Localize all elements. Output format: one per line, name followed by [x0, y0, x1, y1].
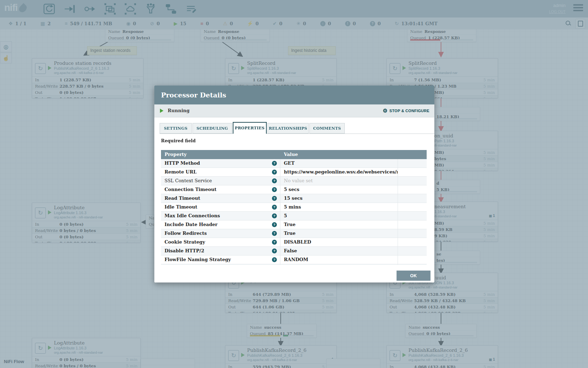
- help-icon[interactable]: ?: [272, 213, 277, 218]
- processor-details-dialog: Processor Details Running ⚙ STOP & CONFI…: [154, 86, 434, 282]
- property-row: Disable HTTP/2?False: [161, 247, 427, 255]
- property-name: Remote URL: [164, 169, 197, 175]
- tab-comments[interactable]: COMMENTS: [309, 123, 345, 134]
- help-icon[interactable]: ?: [272, 161, 277, 166]
- property-name: Idle Timeout: [164, 204, 197, 210]
- properties-table-header: Property Value: [161, 150, 427, 159]
- tab-properties[interactable]: PROPERTIES: [233, 122, 267, 134]
- property-name-cell: Max Idle Connections?: [161, 212, 280, 220]
- property-name-cell: Disable HTTP/2?: [161, 247, 280, 255]
- help-icon[interactable]: ?: [272, 196, 277, 201]
- property-value-cell: True: [280, 220, 398, 229]
- property-name-cell: HTTP Method?: [161, 159, 280, 168]
- gear-icon: ⚙: [383, 108, 388, 113]
- row-gutter: [398, 238, 427, 246]
- help-icon[interactable]: ?: [272, 257, 277, 262]
- property-value-cell: 5: [280, 212, 398, 220]
- dialog-title: Processor Details: [154, 86, 434, 104]
- dialog-status-row: Running ⚙ STOP & CONFIGURE: [154, 104, 434, 117]
- property-value-cell: GET: [280, 159, 398, 168]
- dialog-tabs: SETTINGSSCHEDULINGPROPERTIESRELATIONSHIP…: [160, 122, 434, 134]
- property-name: HTTP Method: [164, 161, 200, 166]
- tab-scheduling[interactable]: SCHEDULING: [192, 123, 232, 134]
- property-value-cell: https://www.pegelonline.wsv.de/webservic…: [280, 168, 398, 176]
- row-gutter: [398, 264, 427, 265]
- help-icon[interactable]: ?: [272, 248, 277, 253]
- property-name: Connection Timeout: [164, 187, 216, 192]
- stop-configure-label: STOP & CONFIGURE: [390, 109, 429, 113]
- property-name-cell: Attributes to Send?: [161, 264, 280, 265]
- property-row: Connection Timeout?5 secs: [161, 185, 427, 194]
- running-icon: [160, 109, 163, 113]
- property-column-header: Property: [161, 150, 280, 159]
- property-value-cell: True: [280, 229, 398, 238]
- property-name-cell: Remote URL?: [161, 168, 280, 176]
- required-field-note: Required field: [161, 138, 196, 143]
- row-gutter: [398, 203, 427, 211]
- property-value-cell: DISABLED: [280, 238, 398, 246]
- property-row: Idle Timeout?5 mins: [161, 203, 427, 212]
- property-name-cell: Connection Timeout?: [161, 185, 280, 194]
- property-name: Read Timeout: [164, 196, 200, 201]
- row-gutter: [398, 194, 427, 203]
- ok-button[interactable]: OK: [397, 271, 430, 281]
- help-icon[interactable]: ?: [272, 231, 277, 236]
- row-gutter: [398, 177, 427, 185]
- tab-settings[interactable]: SETTINGS: [160, 123, 192, 134]
- property-name: Cookie Strategy: [164, 239, 205, 245]
- row-gutter: [398, 220, 427, 229]
- property-row: Include Date Header?True: [161, 220, 427, 229]
- help-icon[interactable]: ?: [272, 205, 277, 210]
- property-name-cell: Idle Timeout?: [161, 203, 280, 211]
- property-row: Follow Redirects?True: [161, 229, 427, 238]
- property-value-cell: 5 secs: [280, 185, 398, 194]
- property-value-cell: No value set: [280, 177, 398, 185]
- property-row: HTTP Method?GET: [161, 159, 427, 168]
- stop-configure-button[interactable]: ⚙ STOP & CONFIGURE: [383, 108, 429, 113]
- property-value-cell: 15 secs: [280, 194, 398, 203]
- property-name-cell: FlowFile Naming Strategy?: [161, 255, 280, 264]
- property-name: Max Idle Connections: [164, 213, 220, 218]
- help-icon[interactable]: ?: [272, 187, 277, 192]
- property-name: Disable HTTP/2: [164, 248, 204, 253]
- property-row: Read Timeout?15 secs: [161, 194, 427, 203]
- help-icon[interactable]: ?: [272, 222, 277, 227]
- row-gutter: [398, 212, 427, 220]
- row-gutter: [398, 247, 427, 255]
- row-gutter: [398, 185, 427, 194]
- property-name-cell: Follow Redirects?: [161, 229, 280, 238]
- property-name-cell: Read Timeout?: [161, 194, 280, 203]
- property-name: SSL Context Service: [164, 178, 212, 183]
- value-column-header: Value: [280, 150, 398, 159]
- property-value-cell: False: [280, 247, 398, 255]
- property-name-cell: Include Date Header?: [161, 220, 280, 229]
- property-name: Include Date Header: [164, 222, 217, 227]
- property-row: SSL Context Service?No value set: [161, 177, 427, 185]
- properties-table: Property Value HTTP Method?GETRemote URL…: [161, 150, 427, 265]
- property-name-cell: SSL Context Service?: [161, 177, 280, 185]
- help-icon[interactable]: ?: [272, 170, 277, 175]
- row-gutter: [398, 159, 427, 168]
- row-gutter: [398, 229, 427, 238]
- property-name: FlowFile Naming Strategy: [164, 257, 231, 262]
- property-value-cell: 5 mins: [280, 203, 398, 211]
- property-value-cell: RANDOM: [280, 255, 398, 264]
- property-row: FlowFile Naming Strategy?RANDOM: [161, 255, 427, 264]
- property-row: Max Idle Connections?5: [161, 212, 427, 220]
- property-row: Cookie Strategy?DISABLED: [161, 238, 427, 247]
- property-value-cell: No value set: [280, 264, 398, 265]
- run-state-label: Running: [168, 108, 190, 113]
- property-row: Remote URL?https://www.pegelonline.wsv.d…: [161, 168, 427, 177]
- help-icon[interactable]: ?: [272, 178, 277, 183]
- property-name: Follow Redirects: [164, 231, 207, 236]
- help-icon[interactable]: ?: [272, 240, 277, 245]
- row-gutter: [398, 168, 427, 176]
- row-gutter: [398, 255, 427, 264]
- tab-relationships[interactable]: RELATIONSHIPS: [267, 123, 309, 134]
- property-row: Attributes to Send?No value set: [161, 264, 427, 265]
- property-name-cell: Cookie Strategy?: [161, 238, 280, 246]
